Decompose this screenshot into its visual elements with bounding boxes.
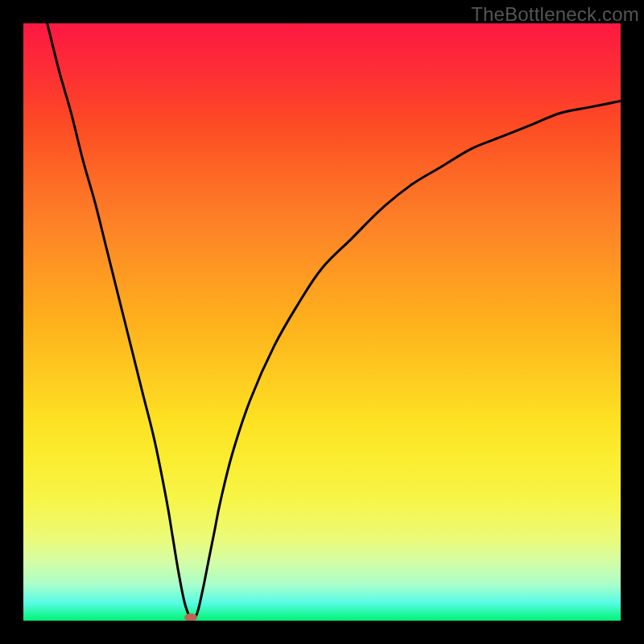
watermark-text: TheBottleneck.com (471, 3, 639, 26)
chart-plot-area (23, 23, 621, 621)
bottleneck-curve (23, 23, 621, 621)
bottleneck-minimum-marker (184, 613, 197, 621)
